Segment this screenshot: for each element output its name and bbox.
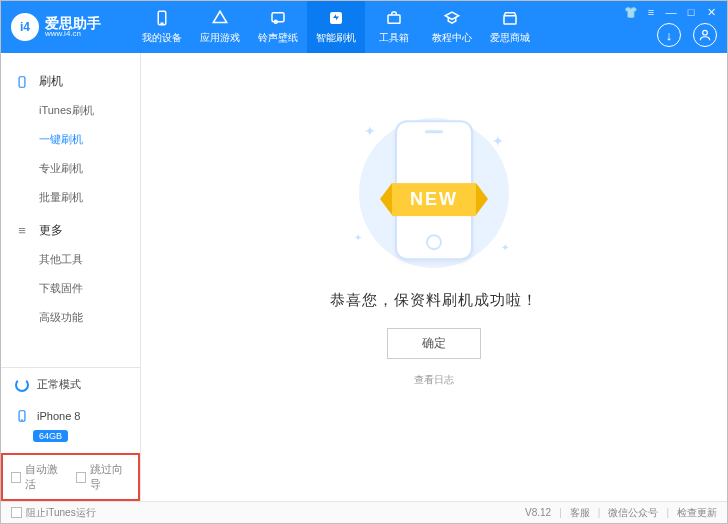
mall-icon — [501, 9, 519, 27]
confirm-button[interactable]: 确定 — [387, 328, 481, 359]
footer-link-support[interactable]: 客服 — [570, 506, 590, 520]
device-mode: 正常模式 — [37, 377, 81, 392]
device-name: iPhone 8 — [37, 410, 80, 422]
header: i4 爱思助手 www.i4.cn 我的设备 应用游戏 — [1, 1, 727, 53]
sidebar: 刷机 iTunes刷机 一键刷机 专业刷机 批量刷机 ≡ 更多 其他工具 下载固… — [1, 53, 141, 501]
maximize-button[interactable]: □ — [685, 6, 697, 18]
status-bar: 阻止iTunes运行 V8.12 | 客服 | 微信公众号 | 检查更新 — [1, 501, 727, 523]
close-button[interactable]: ✕ — [705, 6, 717, 18]
auto-activate-checkbox[interactable]: 自动激活 — [11, 462, 66, 492]
footer-link-update[interactable]: 检查更新 — [677, 506, 717, 520]
checkbox-icon — [11, 507, 22, 518]
device-mode-row[interactable]: 正常模式 — [1, 368, 140, 401]
nav-label: 教程中心 — [432, 31, 472, 45]
window-controls: 👕 ≡ ― □ ✕ — [625, 6, 717, 18]
footer-link-wechat[interactable]: 微信公众号 — [608, 506, 658, 520]
menu-icon[interactable]: ≡ — [645, 6, 657, 18]
device-icon — [15, 409, 29, 423]
skip-wizard-checkbox[interactable]: 跳过向导 — [76, 462, 131, 492]
svg-rect-8 — [19, 76, 25, 87]
sidebar-item-advanced[interactable]: 高级功能 — [39, 303, 140, 332]
nav-tutorials[interactable]: 教程中心 — [423, 1, 481, 53]
logo-icon: i4 — [11, 13, 39, 41]
main-panel: ✦ ✦ ✦ ✦ NEW 恭喜您，保资料刷机成功啦！ 确定 查看日志 — [141, 53, 727, 501]
section-title: 刷机 — [39, 73, 63, 90]
body: 刷机 iTunes刷机 一键刷机 专业刷机 批量刷机 ≡ 更多 其他工具 下载固… — [1, 53, 727, 501]
new-ribbon: NEW — [392, 183, 476, 216]
sidebar-section-flash[interactable]: 刷机 — [1, 67, 140, 96]
svg-rect-6 — [504, 16, 516, 24]
app-window: i4 爱思助手 www.i4.cn 我的设备 应用游戏 — [0, 0, 728, 524]
apps-icon — [211, 9, 229, 27]
app-logo: i4 爱思助手 www.i4.cn — [11, 13, 133, 41]
nav-apps-games[interactable]: 应用游戏 — [191, 1, 249, 53]
nav-mall[interactable]: 爱思商城 — [481, 1, 539, 53]
sidebar-section-more[interactable]: ≡ 更多 — [1, 216, 140, 245]
sidebar-item-pro-flash[interactable]: 专业刷机 — [39, 154, 140, 183]
hamburger-icon: ≡ — [15, 224, 29, 238]
sidebar-item-other-tools[interactable]: 其他工具 — [39, 245, 140, 274]
app-url: www.i4.cn — [45, 30, 101, 38]
nav-label: 爱思商城 — [490, 31, 530, 45]
account-button[interactable] — [693, 23, 717, 47]
view-log-link[interactable]: 查看日志 — [414, 373, 454, 387]
nav-toolbox[interactable]: 工具箱 — [365, 1, 423, 53]
flash-icon — [327, 9, 345, 27]
sidebar-item-itunes-flash[interactable]: iTunes刷机 — [39, 96, 140, 125]
nav-label: 工具箱 — [379, 31, 409, 45]
capacity-badge: 64GB — [33, 430, 68, 442]
nav-label: 我的设备 — [142, 31, 182, 45]
nav-my-device[interactable]: 我的设备 — [133, 1, 191, 53]
svg-rect-5 — [388, 15, 400, 23]
section-title: 更多 — [39, 222, 63, 239]
tutorial-icon — [443, 9, 461, 27]
spinner-icon — [15, 378, 29, 392]
device-row[interactable]: iPhone 8 — [1, 405, 140, 425]
minimize-button[interactable]: ― — [665, 6, 677, 18]
ringtone-icon — [269, 9, 287, 27]
app-name: 爱思助手 — [45, 16, 101, 30]
block-itunes-checkbox[interactable]: 阻止iTunes运行 — [11, 506, 96, 520]
checkbox-label: 跳过向导 — [90, 462, 130, 492]
device-icon — [153, 9, 171, 27]
nav-ringtones[interactable]: 铃声壁纸 — [249, 1, 307, 53]
success-message: 恭喜您，保资料刷机成功啦！ — [330, 291, 538, 310]
phone-icon — [15, 75, 29, 89]
checkbox-icon — [76, 472, 86, 483]
nav-label: 应用游戏 — [200, 31, 240, 45]
nav-label: 智能刷机 — [316, 31, 356, 45]
success-illustration: ✦ ✦ ✦ ✦ NEW — [334, 113, 534, 273]
checkbox-icon — [11, 472, 21, 483]
nav-label: 铃声壁纸 — [258, 31, 298, 45]
download-button[interactable]: ↓ — [657, 23, 681, 47]
main-nav: 我的设备 应用游戏 铃声壁纸 智能刷机 — [133, 1, 539, 53]
sidebar-item-download-firmware[interactable]: 下载固件 — [39, 274, 140, 303]
sidebar-item-batch-flash[interactable]: 批量刷机 — [39, 183, 140, 212]
sidebar-item-oneclick-flash[interactable]: 一键刷机 — [39, 125, 140, 154]
svg-rect-2 — [272, 13, 284, 22]
options-row: 自动激活 跳过向导 — [1, 453, 140, 501]
toolbox-icon — [385, 9, 403, 27]
checkbox-label: 阻止iTunes运行 — [26, 506, 96, 520]
nav-smart-flash[interactable]: 智能刷机 — [307, 1, 365, 53]
version-label: V8.12 — [525, 507, 551, 518]
checkbox-label: 自动激活 — [25, 462, 65, 492]
shirt-icon[interactable]: 👕 — [625, 6, 637, 18]
svg-point-7 — [703, 30, 708, 35]
